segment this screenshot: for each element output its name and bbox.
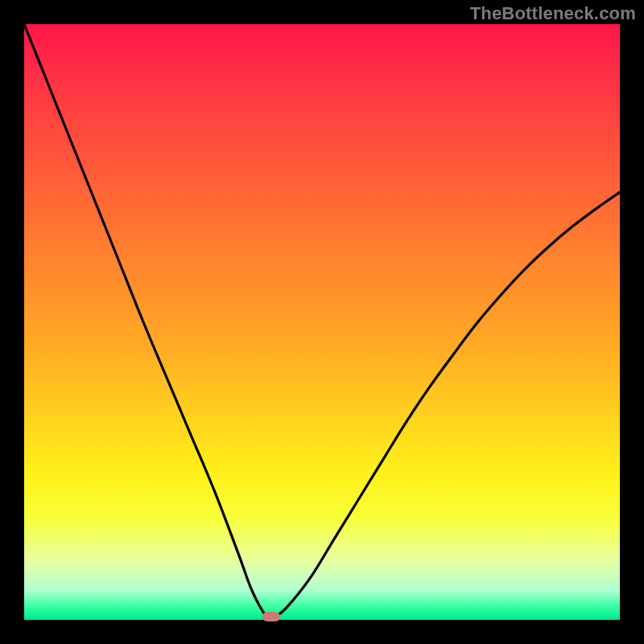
- chart-frame: TheBottleneck.com: [0, 0, 644, 644]
- bottleneck-curve: [24, 24, 620, 618]
- optimal-point-marker: [262, 612, 280, 621]
- curve-svg: [24, 24, 620, 620]
- watermark-text: TheBottleneck.com: [470, 3, 636, 24]
